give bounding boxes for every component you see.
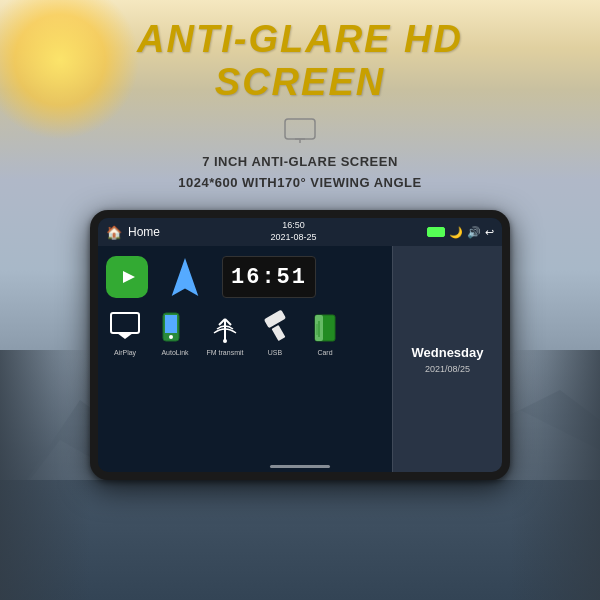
- battery-icon: [427, 227, 445, 237]
- autolink-label: AutoLink: [161, 349, 188, 356]
- title-line2: SCREEN: [0, 61, 600, 104]
- nav-arrow-icon: [166, 258, 204, 296]
- navigation-app[interactable]: [164, 256, 206, 298]
- title-area: ANTI-GLARE HD SCREEN: [0, 18, 600, 104]
- svg-rect-15: [264, 310, 286, 329]
- subtitle-line2: 1024*600 WITH170° VIEWING ANGLE: [0, 173, 600, 194]
- svg-point-14: [223, 339, 227, 343]
- moon-icon: 🌙: [449, 226, 463, 239]
- airplay-label: AirPlay: [114, 349, 136, 356]
- status-bar: 🏠 Home 16:50 2021-08-25 🌙 🔊 ↩: [98, 218, 502, 246]
- top-icons-row: 16:51: [106, 256, 384, 298]
- back-icon: ↩: [485, 226, 494, 239]
- svg-marker-7: [117, 333, 133, 339]
- usb-label: USB: [268, 349, 282, 356]
- airplay-app[interactable]: AirPlay: [106, 308, 144, 356]
- svg-rect-6: [111, 313, 139, 333]
- home-icon: 🏠: [106, 225, 122, 240]
- day-label: Wednesday: [411, 345, 483, 360]
- icons-area: 16:51 AirPlay: [98, 246, 392, 472]
- volume-icon: 🔊: [467, 226, 481, 239]
- usb-app[interactable]: USB: [256, 308, 294, 356]
- svg-point-10: [169, 335, 173, 339]
- bottom-icons-row: AirPlay AutoLink: [106, 308, 384, 356]
- subtitle-line1: 7 INCH ANTI-GLARE SCREEN: [0, 152, 600, 173]
- airplay-icon: [106, 308, 144, 346]
- status-time-date: 16:50 2021-08-25: [270, 220, 316, 243]
- fm-icon: [206, 308, 244, 346]
- svg-rect-9: [165, 315, 177, 333]
- home-label: Home: [128, 225, 160, 239]
- blur-right: [510, 350, 600, 600]
- screen: 🏠 Home 16:50 2021-08-25 🌙 🔊 ↩: [98, 218, 502, 472]
- fm-label: FM transmit: [207, 349, 244, 356]
- digital-clock: 16:51: [222, 256, 316, 298]
- status-time: 16:50: [270, 220, 316, 232]
- svg-marker-5: [123, 271, 135, 283]
- subtitle-area: 7 INCH ANTI-GLARE SCREEN 1024*600 WITH17…: [0, 152, 600, 194]
- nav-icon-box: [164, 256, 206, 298]
- fm-transmit-app[interactable]: FM transmit: [206, 308, 244, 356]
- right-panel: Wednesday 2021/08/25: [392, 246, 502, 472]
- main-content: 16:51 AirPlay: [98, 246, 502, 472]
- status-date: 2021-08-25: [270, 232, 316, 244]
- date-label: 2021/08/25: [425, 364, 470, 374]
- bottom-bar-indicator: [270, 465, 330, 468]
- autolink-icon: [156, 308, 194, 346]
- autolink-app[interactable]: AutoLink: [156, 308, 194, 356]
- carplay-icon-box: [106, 256, 148, 298]
- car-screen-device: 🏠 Home 16:50 2021-08-25 🌙 🔊 ↩: [90, 210, 510, 480]
- card-app[interactable]: Card: [306, 308, 344, 356]
- status-right: 🌙 🔊 ↩: [427, 226, 494, 239]
- svg-rect-2: [285, 119, 315, 139]
- usb-icon: [256, 308, 294, 346]
- card-label: Card: [317, 349, 332, 356]
- carplay-app[interactable]: [106, 256, 148, 298]
- svg-rect-16: [272, 325, 286, 341]
- card-icon: [306, 308, 344, 346]
- blur-left: [0, 350, 90, 600]
- title-line1: ANTI-GLARE HD: [0, 18, 600, 61]
- monitor-icon: [284, 118, 316, 144]
- status-left: 🏠 Home: [106, 225, 160, 240]
